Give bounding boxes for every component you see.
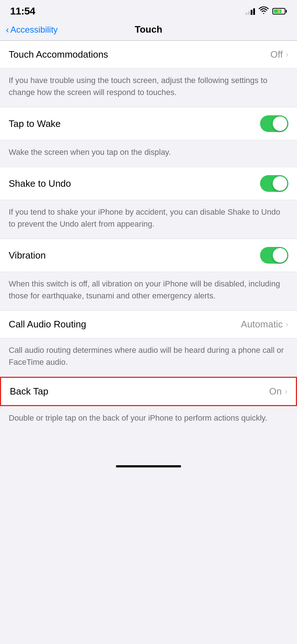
back-tap-row[interactable]: Back Tap On › [0,377,297,406]
back-tap-description: Double or triple tap on the back of your… [0,406,297,433]
status-icons: ⚡ [246,7,287,16]
touch-accommodations-row[interactable]: Touch Accommodations Off › [0,41,297,69]
back-button[interactable]: ‹ Accessibility [6,25,58,35]
shake-to-undo-toggle[interactable] [260,175,288,192]
page-title: Touch [135,24,162,35]
home-indicator [0,458,297,471]
signal-icon [246,8,255,15]
wifi-icon [259,7,269,16]
touch-accommodations-value: Off › [270,49,288,60]
battery-icon: ⚡ [272,8,287,15]
vibration-section: Vibration When this switch is off, all v… [0,239,297,310]
back-label: Accessibility [11,25,58,35]
shake-to-undo-label: Shake to Undo [9,178,71,189]
call-audio-routing-description: Call audio routing determines where audi… [0,338,297,377]
vibration-toggle[interactable] [260,247,288,264]
call-audio-routing-value: Automatic › [241,319,288,330]
shake-to-undo-row: Shake to Undo [0,167,297,200]
back-tap-value: On › [269,386,287,397]
chevron-left-icon: ‹ [6,25,9,34]
back-tap-label: Back Tap [10,386,48,397]
touch-accommodations-section: Touch Accommodations Off › If you have t… [0,41,297,107]
tap-to-wake-label: Tap to Wake [9,118,61,129]
tap-to-wake-description: Wake the screen when you tap on the disp… [0,140,297,167]
touch-accommodations-description: If you have trouble using the touch scre… [0,69,297,107]
status-time: 11:54 [10,5,35,17]
toggle-knob [273,248,287,263]
back-tap-section: Back Tap On › Double or triple tap on th… [0,377,297,433]
shake-to-undo-section: Shake to Undo If you tend to shake your … [0,167,297,239]
home-bar [116,465,181,467]
toggle-knob [273,116,287,131]
tap-to-wake-section: Tap to Wake Wake the screen when you tap… [0,107,297,167]
tap-to-wake-row: Tap to Wake [0,107,297,140]
tap-to-wake-toggle[interactable] [260,115,288,132]
nav-bar: ‹ Accessibility Touch [0,20,297,41]
touch-accommodations-label: Touch Accommodations [9,49,108,60]
vibration-description: When this switch is off, all vibration o… [0,272,297,310]
content: Touch Accommodations Off › If you have t… [0,41,297,447]
shake-to-undo-description: If you tend to shake your iPhone by acci… [0,200,297,239]
chevron-right-icon: › [286,50,288,59]
vibration-row: Vibration [0,239,297,272]
call-audio-routing-label: Call Audio Routing [9,319,86,330]
toggle-knob [273,176,287,191]
call-audio-routing-row[interactable]: Call Audio Routing Automatic › [0,310,297,338]
status-bar: 11:54 ⚡ [0,0,297,20]
chevron-right-icon: › [286,320,288,329]
vibration-label: Vibration [9,250,46,261]
chevron-right-icon: › [285,387,287,396]
call-audio-routing-section: Call Audio Routing Automatic › Call audi… [0,310,297,377]
